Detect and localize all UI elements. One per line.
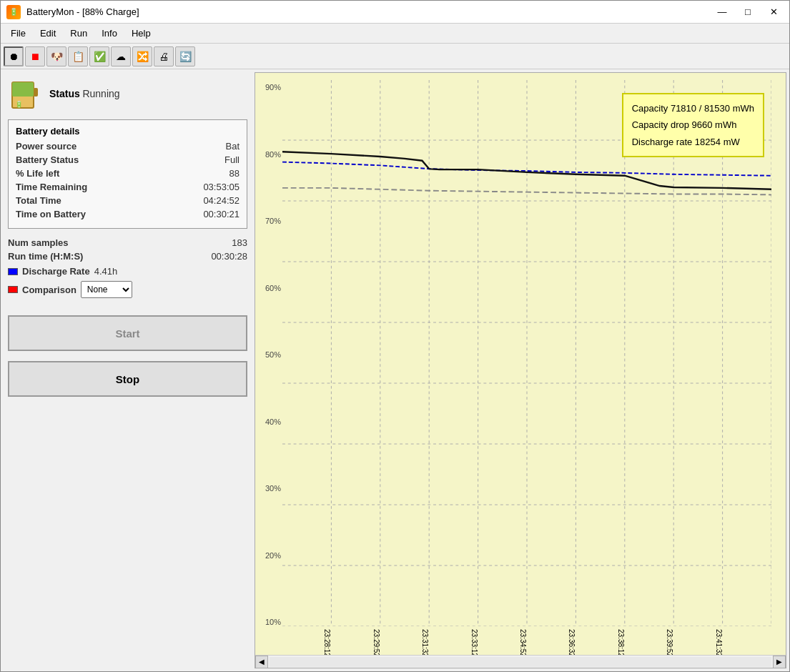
chart-svg bbox=[282, 80, 771, 626]
detail-power-source: Power source Bat bbox=[16, 141, 240, 152]
tooltip-box: Capacity 71810 / 81530 mWh Capacity drop… bbox=[622, 93, 764, 157]
toolbar-shuffle-btn[interactable]: 🔀 bbox=[132, 46, 152, 66]
menu-info[interactable]: Info bbox=[94, 25, 124, 41]
toolbar-dog-btn[interactable]: 🐶 bbox=[46, 46, 66, 66]
toolbar-clipboard-btn[interactable]: 📋 bbox=[68, 46, 88, 66]
battery-details-title: Battery details bbox=[16, 126, 240, 137]
scroll-track[interactable] bbox=[270, 657, 771, 667]
svg-text:🔋: 🔋 bbox=[15, 100, 24, 109]
toolbar: ⏺ ⏹ 🐶 📋 ✅ ☁ 🔀 🖨 🔄 bbox=[1, 44, 789, 69]
detail-life-left: % Life left 88 bbox=[16, 168, 240, 179]
discharge-color-swatch bbox=[8, 268, 18, 275]
menu-edit[interactable]: Edit bbox=[33, 25, 63, 41]
chart-area: 90% 80% 70% 60% 50% 40% 30% 20% 10% bbox=[255, 72, 786, 668]
svg-rect-2 bbox=[34, 88, 38, 97]
detail-battery-status: Battery Status Full bbox=[16, 154, 240, 165]
window-controls: — □ ✕ bbox=[712, 5, 784, 19]
battery-icon-large: 🔋 bbox=[8, 76, 42, 111]
status-row: 🔋 Status Running bbox=[8, 76, 247, 111]
toolbar-check-btn[interactable]: ✅ bbox=[89, 46, 109, 66]
toolbar-cloud-btn[interactable]: ☁ bbox=[111, 46, 131, 66]
minimize-button[interactable]: — bbox=[712, 5, 732, 19]
menu-run[interactable]: Run bbox=[63, 25, 94, 41]
scroll-right-arrow[interactable]: ▶ bbox=[773, 656, 786, 668]
stats-section: Num samples 183 Run time (H:M:S) 00:30:2… bbox=[8, 237, 247, 298]
stat-num-samples: Num samples 183 bbox=[8, 237, 247, 248]
status-label-text: Status Running bbox=[49, 88, 120, 99]
app-icon: 🔋 bbox=[6, 5, 21, 19]
window-title: BatteryMon - [88% Charge] bbox=[26, 6, 139, 17]
comparison-color-swatch bbox=[8, 286, 18, 293]
comparison-select[interactable]: None Custom bbox=[81, 281, 132, 298]
discharge-rate-row: Discharge Rate 4.41h bbox=[8, 266, 247, 277]
tooltip-line3: Discharge rate 18254 mW bbox=[632, 134, 754, 150]
comparison-row: Comparison None Custom bbox=[8, 281, 247, 298]
main-window: 🔋 BatteryMon - [88% Charge] — □ ✕ File E… bbox=[0, 0, 790, 672]
detail-time-remaining: Time Remaining 03:53:05 bbox=[16, 182, 240, 192]
stop-button[interactable]: Stop bbox=[8, 361, 247, 397]
left-panel: 🔋 Status Running Battery details Power s… bbox=[1, 69, 255, 671]
start-button[interactable]: Start bbox=[8, 315, 247, 351]
y-axis: 90% 80% 70% 60% 50% 40% 30% 20% 10% bbox=[258, 83, 281, 626]
scroll-left-arrow[interactable]: ◀ bbox=[255, 656, 268, 668]
toolbar-print-btn[interactable]: 🖨 bbox=[154, 46, 174, 66]
menu-file[interactable]: File bbox=[4, 25, 33, 41]
detail-time-on-battery: Time on Battery 00:30:21 bbox=[16, 209, 240, 219]
tooltip-line1: Capacity 71810 / 81530 mWh bbox=[632, 100, 754, 117]
toolbar-stop-btn[interactable]: ⏹ bbox=[25, 46, 45, 66]
toolbar-record-btn[interactable]: ⏺ bbox=[4, 46, 24, 66]
maximize-button[interactable]: □ bbox=[738, 5, 758, 19]
menu-help[interactable]: Help bbox=[124, 25, 158, 41]
comparison-dropdown-wrapper: None Custom bbox=[81, 281, 132, 298]
title-bar: 🔋 BatteryMon - [88% Charge] — □ ✕ bbox=[1, 1, 789, 24]
menu-bar: File Edit Run Info Help bbox=[1, 24, 789, 44]
content-area: 🔋 Status Running Battery details Power s… bbox=[1, 69, 789, 671]
toolbar-refresh-btn[interactable]: 🔄 bbox=[175, 46, 195, 66]
detail-total-time: Total Time 04:24:52 bbox=[16, 195, 240, 206]
svg-rect-1 bbox=[12, 82, 34, 97]
horizontal-scrollbar: ◀ ▶ bbox=[255, 655, 786, 668]
stat-run-time: Run time (H:M:S) 00:30:28 bbox=[8, 251, 247, 262]
title-bar-left: 🔋 BatteryMon - [88% Charge] bbox=[6, 5, 139, 19]
tooltip-line2: Capacity drop 9660 mWh bbox=[632, 117, 754, 133]
battery-details-panel: Battery details Power source Bat Battery… bbox=[8, 119, 247, 229]
close-button[interactable]: ✕ bbox=[764, 5, 784, 19]
